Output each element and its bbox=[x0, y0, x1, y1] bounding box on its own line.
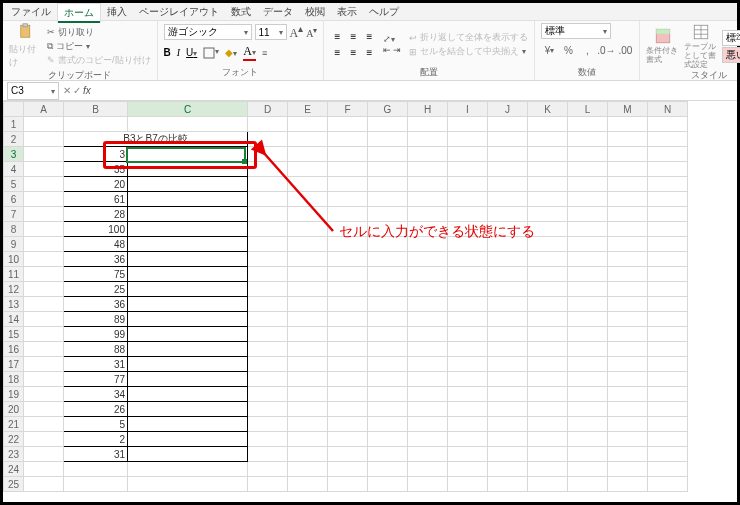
tab-review[interactable]: 校閲 bbox=[299, 3, 331, 21]
cell-J15[interactable] bbox=[488, 327, 528, 342]
cell-M22[interactable] bbox=[608, 432, 648, 447]
cell-C25[interactable] bbox=[128, 477, 248, 492]
cell-J4[interactable] bbox=[488, 162, 528, 177]
cell-I16[interactable] bbox=[448, 342, 488, 357]
cell-D16[interactable] bbox=[248, 342, 288, 357]
cell-I12[interactable] bbox=[448, 282, 488, 297]
cell-A24[interactable] bbox=[24, 462, 64, 477]
cell-L4[interactable] bbox=[568, 162, 608, 177]
cell-I4[interactable] bbox=[448, 162, 488, 177]
cell-C21[interactable] bbox=[128, 417, 248, 432]
cell-N5[interactable] bbox=[648, 177, 688, 192]
cell-D23[interactable] bbox=[248, 447, 288, 462]
cell-A5[interactable] bbox=[24, 177, 64, 192]
cell-H2[interactable] bbox=[408, 132, 448, 147]
row-header-22[interactable]: 22 bbox=[4, 432, 24, 447]
cell-E4[interactable] bbox=[288, 162, 328, 177]
cell-M3[interactable] bbox=[608, 147, 648, 162]
cell-C23[interactable] bbox=[128, 447, 248, 462]
cell-N18[interactable] bbox=[648, 372, 688, 387]
cell-M10[interactable] bbox=[608, 252, 648, 267]
col-header-B[interactable]: B bbox=[64, 102, 128, 117]
fx-icon[interactable]: fx bbox=[83, 85, 91, 96]
cell-J17[interactable] bbox=[488, 357, 528, 372]
cell-N6[interactable] bbox=[648, 192, 688, 207]
cell-L5[interactable] bbox=[568, 177, 608, 192]
cell-A8[interactable] bbox=[24, 222, 64, 237]
cell-G15[interactable] bbox=[368, 327, 408, 342]
cell-M4[interactable] bbox=[608, 162, 648, 177]
row-header-20[interactable]: 20 bbox=[4, 402, 24, 417]
cell-F21[interactable] bbox=[328, 417, 368, 432]
row-header-8[interactable]: 8 bbox=[4, 222, 24, 237]
cell-L16[interactable] bbox=[568, 342, 608, 357]
cell-I1[interactable] bbox=[448, 117, 488, 132]
cell-L24[interactable] bbox=[568, 462, 608, 477]
cell-K1[interactable] bbox=[528, 117, 568, 132]
cell-A13[interactable] bbox=[24, 297, 64, 312]
cell-M16[interactable] bbox=[608, 342, 648, 357]
cell-H1[interactable] bbox=[408, 117, 448, 132]
cell-G25[interactable] bbox=[368, 477, 408, 492]
cell-A18[interactable] bbox=[24, 372, 64, 387]
cell-J14[interactable] bbox=[488, 312, 528, 327]
cell-L21[interactable] bbox=[568, 417, 608, 432]
cell-N7[interactable] bbox=[648, 207, 688, 222]
cell-C19[interactable] bbox=[128, 387, 248, 402]
row-header-2[interactable]: 2 bbox=[4, 132, 24, 147]
font-name-select[interactable]: 游ゴシック bbox=[164, 24, 252, 40]
cell-M7[interactable] bbox=[608, 207, 648, 222]
cell-G4[interactable] bbox=[368, 162, 408, 177]
cell-I9[interactable] bbox=[448, 237, 488, 252]
row-header-24[interactable]: 24 bbox=[4, 462, 24, 477]
col-header-E[interactable]: E bbox=[288, 102, 328, 117]
cell-J9[interactable] bbox=[488, 237, 528, 252]
tab-data[interactable]: データ bbox=[257, 3, 299, 21]
cell-G22[interactable] bbox=[368, 432, 408, 447]
col-header-A[interactable]: A bbox=[24, 102, 64, 117]
cell-F4[interactable] bbox=[328, 162, 368, 177]
cell-C17[interactable] bbox=[128, 357, 248, 372]
cell-N14[interactable] bbox=[648, 312, 688, 327]
cell-M24[interactable] bbox=[608, 462, 648, 477]
cell-I15[interactable] bbox=[448, 327, 488, 342]
cell-C6[interactable] bbox=[128, 192, 248, 207]
cell-L12[interactable] bbox=[568, 282, 608, 297]
cell-D12[interactable] bbox=[248, 282, 288, 297]
cell-I19[interactable] bbox=[448, 387, 488, 402]
cell-N19[interactable] bbox=[648, 387, 688, 402]
align-top-left[interactable]: ≡ bbox=[330, 30, 344, 44]
cell-N16[interactable] bbox=[648, 342, 688, 357]
cell-E2[interactable] bbox=[288, 132, 328, 147]
cell-G24[interactable] bbox=[368, 462, 408, 477]
cell-H20[interactable] bbox=[408, 402, 448, 417]
cell-I3[interactable] bbox=[448, 147, 488, 162]
cell-H9[interactable] bbox=[408, 237, 448, 252]
cell-N25[interactable] bbox=[648, 477, 688, 492]
orientation-button[interactable]: ⤢ bbox=[383, 34, 401, 44]
cell-I21[interactable] bbox=[448, 417, 488, 432]
cell-G10[interactable] bbox=[368, 252, 408, 267]
cell-H23[interactable] bbox=[408, 447, 448, 462]
row-header-12[interactable]: 12 bbox=[4, 282, 24, 297]
cell-M18[interactable] bbox=[608, 372, 648, 387]
cell-K14[interactable] bbox=[528, 312, 568, 327]
cell-N13[interactable] bbox=[648, 297, 688, 312]
cell-C10[interactable] bbox=[128, 252, 248, 267]
format-as-table-button[interactable]: テーブルとして書式設定 bbox=[684, 23, 718, 69]
align-left[interactable]: ≡ bbox=[330, 46, 344, 60]
cell-H21[interactable] bbox=[408, 417, 448, 432]
cell-F18[interactable] bbox=[328, 372, 368, 387]
cell-B12[interactable]: 25 bbox=[64, 282, 128, 297]
cell-D15[interactable] bbox=[248, 327, 288, 342]
cell-B13[interactable]: 36 bbox=[64, 297, 128, 312]
cell-B11[interactable]: 75 bbox=[64, 267, 128, 282]
cell-G1[interactable] bbox=[368, 117, 408, 132]
row-header-11[interactable]: 11 bbox=[4, 267, 24, 282]
cell-J3[interactable] bbox=[488, 147, 528, 162]
cell-I8[interactable] bbox=[448, 222, 488, 237]
tab-formulas[interactable]: 数式 bbox=[225, 3, 257, 21]
cell-C5[interactable] bbox=[128, 177, 248, 192]
cell-A20[interactable] bbox=[24, 402, 64, 417]
cell-D6[interactable] bbox=[248, 192, 288, 207]
